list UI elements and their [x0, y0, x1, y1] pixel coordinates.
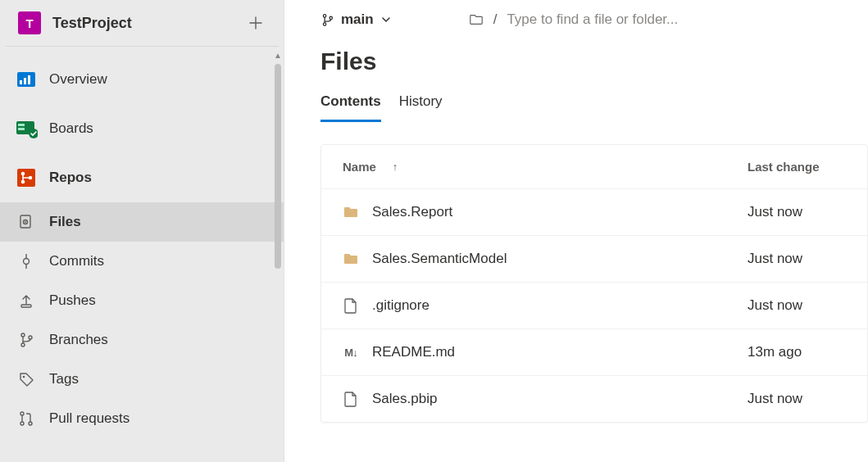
boards-icon [15, 117, 38, 140]
project-header: T TestProject [5, 0, 279, 47]
sidebar-item-overview[interactable]: Overview [0, 55, 284, 104]
file-lastchange: Just now [748, 204, 846, 220]
table-row[interactable]: M↓ README.md 13m ago [321, 328, 867, 375]
branch-selector[interactable]: main [320, 11, 408, 28]
breadcrumb-bar: main / [284, 0, 868, 34]
markdown-icon: M↓ [343, 344, 359, 360]
plus-icon [249, 16, 262, 29]
overview-icon [15, 68, 38, 91]
tabs: Contents History [284, 85, 868, 123]
sidebar: T TestProject Overview Boards Repos [0, 0, 284, 462]
sidebar-subitem-files[interactable]: Files [0, 202, 284, 242]
file-table-header: Name ↑ Last change [321, 145, 867, 188]
sidebar-subitem-pushes[interactable]: Pushes [0, 281, 284, 320]
column-header-name[interactable]: Name ↑ [343, 160, 748, 174]
file-lastchange: 13m ago [748, 344, 846, 360]
file-icon [343, 297, 359, 314]
chevron-down-icon [380, 14, 392, 25]
sidebar-subitem-label: Pushes [49, 292, 96, 309]
scroll-thumb[interactable] [275, 64, 281, 269]
sort-ascending-icon: ↑ [393, 161, 398, 173]
file-lastchange: Just now [748, 391, 846, 407]
project-name[interactable]: TestProject [52, 15, 246, 32]
svg-point-21 [20, 412, 24, 415]
sidebar-subitem-label: Commits [49, 253, 104, 270]
branch-icon [320, 13, 334, 27]
tab-history[interactable]: History [399, 85, 443, 122]
add-project-button[interactable] [246, 13, 266, 33]
project-badge: T [18, 11, 41, 34]
sidebar-item-repos[interactable]: Repos [0, 153, 284, 202]
tab-contents[interactable]: Contents [320, 85, 381, 122]
svg-point-9 [21, 172, 25, 176]
svg-rect-16 [21, 305, 31, 307]
table-row[interactable]: .gitignore Just now [321, 282, 867, 328]
path-search: / [469, 11, 868, 28]
table-row[interactable]: Sales.Report Just now [321, 188, 867, 235]
file-icon [343, 391, 359, 407]
svg-rect-5 [18, 124, 25, 126]
page-title: Files [284, 34, 868, 85]
branches-icon [15, 332, 38, 348]
file-name: Sales.SemanticModel [372, 251, 507, 267]
svg-point-17 [21, 333, 25, 337]
svg-rect-1 [20, 80, 22, 84]
main-content: main / Files Contents History Name ↑ Las… [284, 0, 868, 462]
column-header-lastchange[interactable]: Last change [748, 160, 846, 174]
svg-rect-2 [24, 78, 26, 84]
sidebar-item-boards[interactable]: Boards [0, 104, 284, 153]
svg-rect-6 [18, 128, 25, 130]
svg-point-18 [21, 343, 25, 346]
tags-icon [15, 371, 38, 387]
svg-point-26 [329, 16, 332, 19]
file-name: .gitignore [372, 297, 429, 314]
column-header-name-label: Name [343, 160, 376, 174]
repos-icon [15, 166, 38, 189]
svg-point-19 [29, 336, 32, 339]
folder-icon[interactable] [469, 12, 484, 27]
svg-point-14 [25, 221, 26, 223]
folder-icon [343, 204, 359, 220]
svg-point-20 [23, 376, 25, 378]
svg-point-15 [24, 259, 30, 265]
folder-icon [343, 251, 359, 267]
svg-rect-3 [28, 75, 30, 84]
file-lastchange: Just now [748, 297, 846, 314]
svg-point-11 [29, 176, 33, 180]
sidebar-subitem-label: Branches [49, 332, 108, 348]
file-table: Name ↑ Last change Sales.Report Just now… [320, 144, 868, 423]
svg-point-24 [323, 14, 325, 16]
table-row[interactable]: Sales.SemanticModel Just now [321, 235, 867, 282]
sidebar-subitem-label: Tags [49, 371, 79, 387]
file-name: README.md [372, 344, 455, 360]
svg-point-22 [20, 422, 24, 425]
sidebar-subitem-label: Pull requests [49, 410, 130, 427]
path-search-input[interactable] [507, 11, 868, 28]
branch-name: main [341, 11, 374, 28]
svg-point-25 [323, 22, 325, 25]
commits-icon [15, 253, 38, 270]
sidebar-item-label: Overview [49, 71, 107, 88]
nav-list: Overview Boards Repos Files Commits [0, 47, 284, 438]
sidebar-subitem-label: Files [49, 214, 81, 230]
file-name: Sales.Report [372, 204, 452, 220]
sidebar-subitem-branches[interactable]: Branches [0, 320, 284, 360]
sidebar-item-label: Repos [49, 170, 92, 186]
sidebar-subitem-pullrequests[interactable]: Pull requests [0, 399, 284, 438]
path-separator: / [493, 11, 498, 28]
svg-point-23 [29, 422, 32, 425]
table-row[interactable]: Sales.pbip Just now [321, 375, 867, 422]
file-name: Sales.pbip [372, 391, 437, 407]
pullrequests-icon [15, 410, 38, 427]
scroll-up-arrow-icon[interactable]: ▲ [272, 49, 284, 61]
file-lastchange: Just now [748, 251, 846, 267]
pushes-icon [15, 292, 38, 309]
sidebar-item-label: Boards [49, 120, 93, 137]
sidebar-scrollbar[interactable]: ▲ [272, 49, 284, 462]
sidebar-subitem-tags[interactable]: Tags [0, 360, 284, 399]
svg-point-10 [21, 180, 25, 184]
sidebar-subitem-commits[interactable]: Commits [0, 242, 284, 281]
files-icon [15, 214, 38, 230]
